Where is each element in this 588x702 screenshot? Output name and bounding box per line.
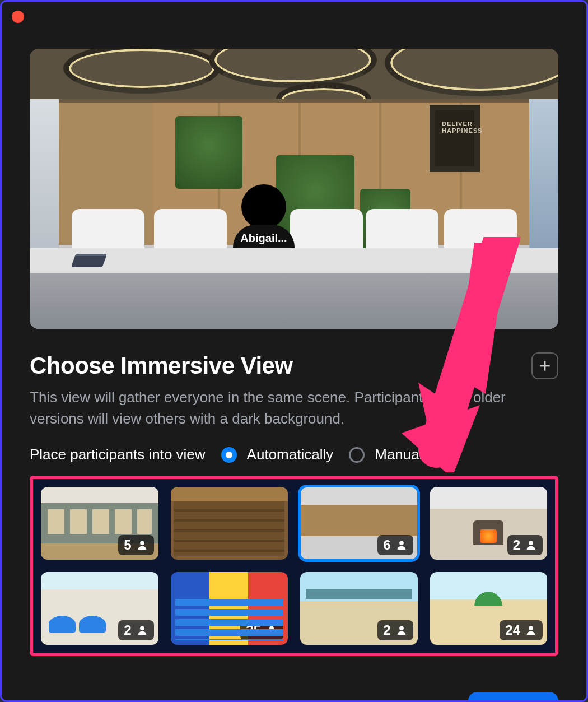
capacity-badge: 25 [240, 620, 283, 640]
window-right [529, 99, 558, 256]
ceiling-light-icon [209, 49, 377, 88]
placement-auto-label: Automatically [247, 446, 334, 463]
desk-top [30, 248, 558, 273]
dialog-description: This view will gather everyone in the sa… [30, 387, 522, 429]
plus-icon [538, 359, 552, 373]
participant-name-label: Abigail... [240, 232, 287, 245]
svg-point-4 [399, 541, 404, 546]
tablet-icon [71, 254, 108, 267]
window-titlebar [2, 11, 586, 26]
immersive-view-dialog: DELIVER HAPPINESS Abigail... Choose Imme… [2, 2, 586, 700]
capacity-value: 6 [383, 537, 390, 553]
person-icon [265, 624, 278, 636]
scene-thumbnail[interactable]: 2 [41, 572, 158, 645]
capacity-badge: 5 [118, 535, 153, 555]
wall-poster: DELIVER HAPPINESS [430, 105, 480, 172]
capacity-value: 25 [246, 537, 261, 553]
participant-avatar: Abigail... [230, 184, 297, 252]
svg-point-7 [269, 626, 274, 631]
capacity-badge: 2 [377, 620, 413, 640]
dialog-footer: Start [2, 673, 586, 702]
svg-point-5 [529, 541, 533, 546]
capacity-badge: 24 [500, 620, 543, 640]
scene-thumbnail[interactable]: 24 [430, 572, 548, 645]
capacity-badge: 2 [507, 535, 543, 555]
svg-point-2 [140, 541, 144, 546]
radio-icon [221, 447, 237, 463]
svg-point-9 [529, 626, 533, 631]
capacity-badge: 2 [118, 620, 153, 640]
capacity-value: 5 [124, 537, 131, 553]
start-button[interactable]: Start [468, 692, 558, 702]
capacity-value: 2 [383, 622, 390, 638]
person-icon [265, 539, 278, 551]
poster-text: DELIVER HAPPINESS [442, 120, 468, 156]
person-icon [136, 539, 148, 551]
placement-row: Place participants into view Automatical… [30, 446, 558, 463]
svg-point-3 [269, 541, 274, 546]
placement-label: Place participants into view [30, 446, 206, 463]
person-icon [525, 539, 537, 551]
capacity-badge: 25 [240, 535, 283, 555]
person-icon [395, 624, 408, 636]
scene-thumbnail[interactable]: 2 [300, 572, 418, 645]
capacity-value: 2 [513, 537, 520, 553]
plant-icon [175, 116, 242, 189]
capacity-value: 25 [246, 622, 261, 638]
scene-grid: 5 25 6 [41, 487, 547, 645]
svg-point-6 [140, 626, 144, 631]
placement-manual-label: Manually [375, 446, 433, 463]
header-row: Choose Immersive View [30, 352, 558, 379]
capacity-badge: 6 [377, 535, 413, 555]
ceiling-light-icon [63, 49, 220, 94]
capacity-value: 2 [124, 622, 131, 638]
scene-preview: DELIVER HAPPINESS Abigail... [30, 49, 558, 329]
avatar-body: Abigail... [233, 225, 295, 252]
scene-thumbnail[interactable]: 5 [41, 487, 158, 560]
add-scene-button[interactable] [531, 352, 558, 379]
placement-radio-manual[interactable]: Manually [349, 446, 433, 463]
person-icon [136, 624, 148, 636]
desk-front [30, 273, 558, 329]
avatar-head-icon [241, 184, 286, 229]
placement-radio-auto[interactable]: Automatically [221, 446, 334, 463]
person-icon [395, 539, 408, 551]
scene-thumbnail[interactable]: 2 [430, 487, 548, 560]
scene-grid-highlight: 5 25 6 [30, 476, 558, 656]
capacity-value: 24 [505, 622, 520, 638]
window-left [30, 99, 59, 256]
person-icon [525, 624, 537, 636]
radio-icon [349, 447, 365, 463]
close-window-button[interactable] [12, 11, 24, 23]
scene-thumbnail[interactable]: 25 [171, 572, 288, 645]
dialog-title: Choose Immersive View [30, 352, 293, 379]
scene-thumbnail[interactable]: 6 [300, 487, 418, 560]
svg-point-8 [399, 626, 404, 631]
dialog-content: DELIVER HAPPINESS Abigail... Choose Imme… [2, 26, 586, 673]
ceiling-light-icon [385, 49, 558, 96]
scene-thumbnail[interactable]: 25 [171, 487, 288, 560]
